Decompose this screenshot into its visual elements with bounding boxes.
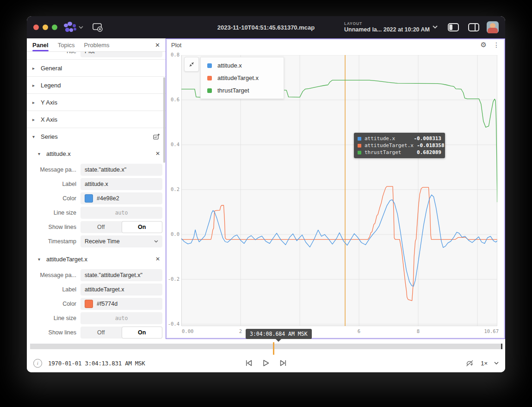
timeline-scrubber-row: 3:04:08.684 AM MSK [27, 339, 505, 354]
label-input[interactable]: attitudeTarget.x [80, 284, 162, 296]
y-tick: 0.2 [166, 186, 179, 192]
avatar-body [488, 28, 498, 33]
show-lines-on[interactable]: On [122, 221, 163, 233]
add-series-icon[interactable] [153, 133, 160, 140]
info-icon[interactable]: i [33, 359, 42, 368]
color-hex: #4e98e2 [97, 195, 119, 202]
timestamp-select[interactable]: Receive Time [80, 235, 162, 247]
show-lines-toggle: Off On [80, 327, 162, 339]
window-title: 2023-11-10T04:51:45.631370.mcap [217, 24, 315, 31]
settings-sidebar: Panel Topics Problems ✕ Title Plot ▸ Gen… [27, 38, 166, 339]
caret-down-icon: ▾ [32, 134, 38, 139]
plot-panel-header: Plot ⚙ ⋮ [166, 38, 505, 51]
foxglove-logo-icon [64, 22, 77, 33]
series-attitude-target-x-fields: Message pa... state."attitudeTarget.x" L… [27, 266, 166, 339]
collapse-arrows-icon [188, 61, 195, 68]
show-lines-on[interactable]: On [122, 327, 163, 339]
legend-collapse-button[interactable] [184, 57, 199, 72]
plot-hover-tooltip: attitude.x -0.008313 attitudeTarget.x -0… [354, 133, 445, 158]
remove-series-icon[interactable]: ✕ [155, 256, 160, 262]
seek-forward-button[interactable] [279, 359, 287, 367]
caret-right-icon: ▸ [32, 83, 38, 88]
title-field-input[interactable]: Plot [80, 52, 162, 57]
x-tick: 2 [239, 328, 242, 334]
tooltip-swatch [358, 151, 361, 154]
legend-swatch [207, 63, 212, 68]
y-tick: 0.4 [166, 142, 179, 147]
x-tick: 10.67 [484, 328, 499, 334]
tooltip-value: 0.682089 [417, 149, 441, 155]
remove-series-icon[interactable]: ✕ [155, 150, 160, 157]
x-tick: 6 [358, 328, 360, 334]
left-sidebar-toggle-icon[interactable] [448, 23, 459, 31]
layout-selector[interactable]: LAYOUT Unnamed la... 2022 at 10:20 AM [344, 22, 438, 33]
playback-speed[interactable]: 1× [481, 360, 488, 367]
color-swatch[interactable] [85, 194, 93, 203]
section-legend[interactable]: ▸ Legend [27, 76, 166, 93]
desktop-background: 2023-11-10T04:51:45.631370.mcap LAYOUT U… [0, 0, 532, 407]
tab-topics[interactable]: Topics [58, 38, 75, 51]
color-hex: #f5774d [97, 301, 118, 307]
timeline-track[interactable] [30, 344, 502, 349]
line-size-input[interactable]: auto [80, 312, 162, 324]
legend-item[interactable]: attitudeTarget.x [201, 72, 284, 84]
x-tick: 8 [417, 328, 420, 334]
caret-right-icon: ▸ [32, 66, 38, 71]
caret-down-icon: ▾ [38, 151, 43, 156]
minimize-window-button[interactable] [43, 25, 48, 30]
loop-off-icon[interactable] [465, 359, 474, 367]
panel-menu-kebab-icon[interactable]: ⋮ [493, 41, 500, 49]
tooltip-value: -0.018358 [417, 142, 445, 148]
sidebar-close-icon[interactable]: ✕ [155, 38, 160, 51]
show-lines-off[interactable]: Off [80, 221, 122, 233]
line-size-input[interactable]: auto [80, 207, 162, 219]
zoom-window-button[interactable] [52, 25, 57, 30]
user-avatar[interactable] [487, 21, 499, 33]
layout-chevron-down-icon [433, 25, 438, 29]
title-field-label: Title [27, 52, 80, 55]
panel-settings-gear-icon[interactable]: ⚙ [481, 41, 487, 49]
sidebar-scrollbar[interactable] [163, 77, 165, 163]
right-sidebar-toggle-icon[interactable] [468, 23, 479, 31]
tab-panel[interactable]: Panel [32, 38, 49, 51]
section-general[interactable]: ▸ General [27, 59, 166, 76]
speed-chevron-down-icon[interactable] [494, 362, 499, 364]
app-menu-chevron-icon[interactable] [79, 26, 83, 29]
app-window: 2023-11-10T04:51:45.631370.mcap LAYOUT U… [27, 16, 505, 372]
x-tick: 0.00 [182, 328, 193, 334]
seek-backward-button[interactable] [245, 359, 254, 367]
color-swatch[interactable] [85, 300, 93, 308]
series-item-attitude-x[interactable]: ▾ attitude.x ✕ [27, 147, 166, 160]
series-attitude-x-fields: Message pa... state."attitude.x" Label a… [27, 160, 166, 248]
message-path-input[interactable]: state."attitudeTarget.x" [80, 269, 162, 281]
section-y-axis[interactable]: ▸ Y Axis [27, 93, 166, 111]
y-tick: -0.2 [166, 276, 179, 282]
legend-item[interactable]: attitude.x [201, 59, 284, 72]
y-tick: 0.0 [166, 231, 179, 237]
series-item-attitude-target-x[interactable]: ▾ attitudeTarget.x ✕ [27, 252, 166, 266]
titlebar: 2023-11-10T04:51:45.631370.mcap LAYOUT U… [27, 16, 505, 38]
playhead-marker[interactable] [273, 342, 274, 355]
tooltip-swatch [358, 144, 361, 148]
section-series[interactable]: ▾ Series [27, 128, 166, 145]
label-input[interactable]: attitude.x [80, 178, 162, 190]
message-path-input[interactable]: state."attitude.x" [80, 164, 162, 176]
legend-item[interactable]: thrustTarget [201, 84, 284, 97]
playback-bar: i 1970-01-01 3:04:13.831 AM MSK [27, 354, 505, 372]
color-input[interactable]: #4e98e2 [80, 192, 162, 204]
y-tick: 0.6 [166, 97, 179, 102]
close-window-button[interactable] [33, 25, 39, 30]
color-input[interactable]: #f5774d [80, 298, 162, 310]
plot-panel[interactable]: Plot ⚙ ⋮ 0.8 0.6 0.4 0.2 0.0 -0.2 -0.4 [166, 38, 505, 339]
add-panel-icon[interactable] [93, 23, 103, 32]
chevron-down-icon [154, 240, 158, 243]
tooltip-swatch [358, 137, 361, 141]
traffic-lights [33, 25, 57, 30]
play-button[interactable] [263, 359, 270, 367]
tab-problems[interactable]: Problems [84, 38, 110, 51]
layout-label: LAYOUT [344, 22, 430, 26]
layout-name: Unnamed la... 2022 at 10:20 AM [344, 26, 430, 33]
title-field-row-clipped: Title Plot [27, 52, 166, 58]
section-x-axis[interactable]: ▸ X Axis [27, 111, 166, 128]
show-lines-off[interactable]: Off [80, 327, 122, 339]
